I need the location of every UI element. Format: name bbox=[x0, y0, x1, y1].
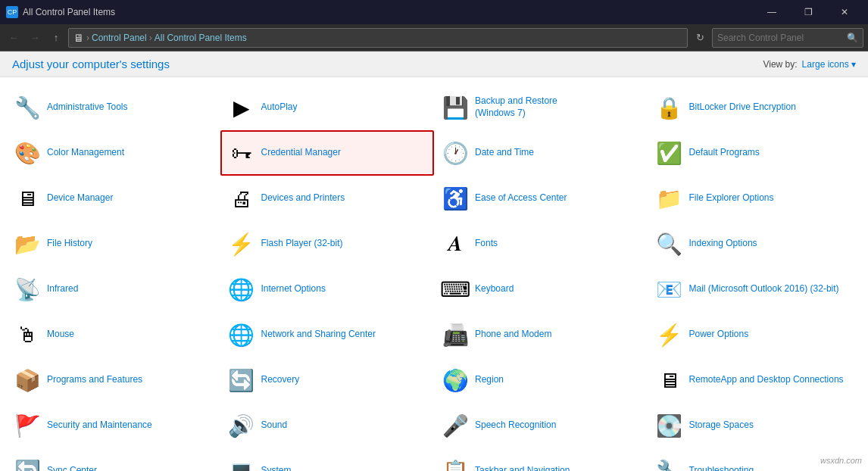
item-icon-bitlocker: 🔒 bbox=[656, 94, 683, 121]
item-label-mail: Mail (Microsoft Outlook 2016) (32-bit) bbox=[689, 283, 839, 295]
item-icon-internet-options: 🌐 bbox=[228, 276, 255, 303]
titlebar: CP All Control Panel Items — ❐ ✕ bbox=[0, 0, 868, 24]
item-remoteapp[interactable]: 🖥RemoteApp and Desktop Connections bbox=[648, 357, 863, 403]
search-box[interactable]: 🔍 bbox=[712, 28, 863, 48]
item-sound[interactable]: 🔊Sound bbox=[220, 403, 435, 448]
item-label-file-explorer-options: File Explorer Options bbox=[689, 192, 774, 204]
item-power-options[interactable]: ⚡Power Options bbox=[648, 312, 863, 357]
items-grid: 🔧Administrative Tools▶AutoPlay💾Backup an… bbox=[0, 77, 868, 471]
item-infrared[interactable]: 📡Infrared bbox=[6, 267, 220, 312]
item-file-explorer-options[interactable]: 📁File Explorer Options bbox=[648, 176, 863, 221]
item-mouse[interactable]: 🖱Mouse bbox=[6, 312, 220, 357]
item-icon-date-and-time: 🕐 bbox=[442, 139, 469, 167]
item-mail[interactable]: 📧Mail (Microsoft Outlook 2016) (32-bit) bbox=[648, 267, 863, 312]
up-button[interactable]: ↑ bbox=[47, 29, 65, 47]
titlebar-title: All Control Panel Items bbox=[23, 7, 754, 17]
item-sync-center[interactable]: 🔄Sync Center bbox=[6, 448, 220, 471]
item-color-management[interactable]: 🎨Color Management bbox=[6, 130, 220, 176]
minimize-button[interactable]: — bbox=[754, 0, 789, 24]
item-icon-sync-center: 🔄 bbox=[14, 457, 41, 471]
item-label-credential-manager: Credential Manager bbox=[261, 147, 341, 159]
item-icon-infrared: 📡 bbox=[14, 276, 41, 303]
item-internet-options[interactable]: 🌐Internet Options bbox=[220, 267, 435, 312]
item-label-remoteapp: RemoteApp and Desktop Connections bbox=[689, 374, 844, 386]
item-file-history[interactable]: 📂File History bbox=[6, 221, 220, 267]
search-input[interactable] bbox=[717, 33, 844, 43]
titlebar-controls: — ❐ ✕ bbox=[754, 0, 862, 24]
item-phone-modem[interactable]: 📠Phone and Modem bbox=[434, 312, 648, 357]
item-security-maintenance[interactable]: 🚩Security and Maintenance bbox=[6, 403, 220, 448]
item-speech-recognition[interactable]: 🎤Speech Recognition bbox=[434, 403, 648, 448]
view-by-value[interactable]: Large icons bbox=[802, 59, 856, 70]
item-autoplay[interactable]: ▶AutoPlay bbox=[220, 85, 435, 130]
item-label-keyboard: Keyboard bbox=[475, 283, 514, 295]
item-ease-of-access[interactable]: ♿Ease of Access Center bbox=[434, 176, 648, 221]
item-system[interactable]: 💻System bbox=[220, 448, 435, 471]
item-icon-security-maintenance: 🚩 bbox=[14, 412, 41, 439]
item-keyboard[interactable]: ⌨Keyboard bbox=[434, 267, 648, 312]
item-icon-backup-restore: 💾 bbox=[442, 94, 469, 121]
item-flash-player[interactable]: ⚡Flash Player (32-bit) bbox=[220, 221, 435, 267]
item-bitlocker[interactable]: 🔒BitLocker Drive Encryption bbox=[648, 85, 863, 130]
item-icon-storage-spaces: 💽 bbox=[656, 412, 683, 439]
address-icon: 🖥 bbox=[73, 32, 84, 44]
item-label-color-management: Color Management bbox=[47, 147, 124, 159]
item-icon-devices-and-printers: 🖨 bbox=[228, 185, 255, 212]
item-network-sharing[interactable]: 🌐Network and Sharing Center bbox=[220, 312, 435, 357]
maximize-button[interactable]: ❐ bbox=[791, 0, 826, 24]
refresh-button[interactable]: ↻ bbox=[691, 29, 709, 47]
item-date-and-time[interactable]: 🕐Date and Time bbox=[434, 130, 648, 176]
item-label-region: Region bbox=[475, 374, 504, 386]
item-indexing-options[interactable]: 🔍Indexing Options bbox=[648, 221, 863, 267]
item-label-power-options: Power Options bbox=[689, 329, 749, 341]
item-label-fonts: Fonts bbox=[475, 238, 498, 250]
item-device-manager[interactable]: 🖥Device Manager bbox=[6, 176, 220, 221]
item-label-file-history: File History bbox=[47, 238, 92, 250]
address-bar: ← → ↑ 🖥 › Control Panel › All Control Pa… bbox=[0, 24, 868, 51]
item-label-security-maintenance: Security and Maintenance bbox=[47, 420, 152, 432]
item-icon-mouse: 🖱 bbox=[14, 321, 41, 348]
item-recovery[interactable]: 🔄Recovery bbox=[220, 357, 435, 403]
item-icon-fonts: 𝑨 bbox=[442, 230, 469, 257]
close-button[interactable]: ✕ bbox=[827, 0, 862, 24]
item-icon-administrative-tools: 🔧 bbox=[14, 94, 41, 121]
item-label-network-sharing: Network and Sharing Center bbox=[261, 329, 376, 341]
item-credential-manager[interactable]: 🗝Credential Manager bbox=[220, 130, 435, 176]
item-backup-restore[interactable]: 💾Backup and Restore (Windows 7) bbox=[434, 85, 648, 130]
item-icon-color-management: 🎨 bbox=[14, 139, 41, 167]
item-default-programs[interactable]: ✅Default Programs bbox=[648, 130, 863, 176]
item-administrative-tools[interactable]: 🔧Administrative Tools bbox=[6, 85, 220, 130]
item-icon-file-explorer-options: 📁 bbox=[656, 185, 683, 212]
address-sep2: › bbox=[149, 33, 152, 43]
item-label-device-manager: Device Manager bbox=[47, 192, 113, 204]
back-button[interactable]: ← bbox=[5, 29, 23, 47]
item-label-autoplay: AutoPlay bbox=[261, 101, 298, 114]
item-label-bitlocker: BitLocker Drive Encryption bbox=[689, 101, 796, 114]
item-label-devices-and-printers: Devices and Printers bbox=[261, 192, 345, 204]
item-icon-taskbar-navigation: 📋 bbox=[442, 457, 469, 471]
item-region[interactable]: 🌍Region bbox=[434, 357, 648, 403]
item-icon-phone-modem: 📠 bbox=[442, 321, 469, 348]
search-icon: 🔍 bbox=[847, 33, 858, 43]
item-fonts[interactable]: 𝑨Fonts bbox=[434, 221, 648, 267]
item-devices-and-printers[interactable]: 🖨Devices and Printers bbox=[220, 176, 435, 221]
item-label-troubleshooting: Troubleshooting bbox=[689, 465, 754, 471]
item-programs-features[interactable]: 📦Programs and Features bbox=[6, 357, 220, 403]
item-storage-spaces[interactable]: 💽Storage Spaces bbox=[648, 403, 863, 448]
item-label-sound: Sound bbox=[261, 420, 288, 432]
item-taskbar-navigation[interactable]: 📋Taskbar and Navigation bbox=[434, 448, 648, 471]
item-icon-system: 💻 bbox=[228, 457, 255, 471]
item-label-backup-restore: Backup and Restore (Windows 7) bbox=[475, 95, 557, 119]
item-icon-network-sharing: 🌐 bbox=[228, 321, 255, 348]
item-icon-sound: 🔊 bbox=[228, 412, 255, 439]
forward-button[interactable]: → bbox=[26, 29, 44, 47]
item-icon-device-manager: 🖥 bbox=[14, 185, 41, 212]
item-icon-remoteapp: 🖥 bbox=[656, 367, 683, 394]
address-control-panel[interactable]: Control Panel bbox=[92, 33, 147, 43]
address-field[interactable]: 🖥 › Control Panel › All Control Panel It… bbox=[68, 28, 688, 48]
address-all-items[interactable]: All Control Panel Items bbox=[155, 33, 247, 43]
item-label-taskbar-navigation: Taskbar and Navigation bbox=[475, 465, 570, 471]
item-icon-region: 🌍 bbox=[442, 367, 469, 394]
item-icon-programs-features: 📦 bbox=[14, 367, 41, 394]
item-label-programs-features: Programs and Features bbox=[47, 374, 142, 386]
